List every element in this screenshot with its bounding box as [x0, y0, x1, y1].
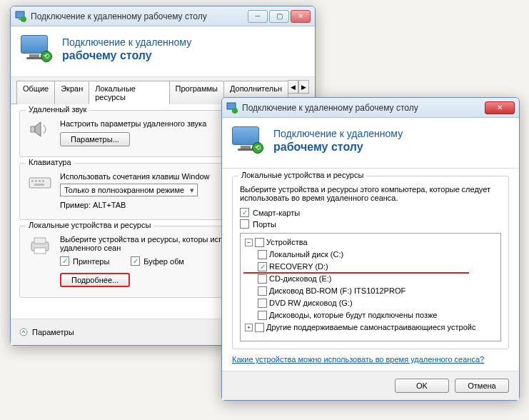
- checkbox-ports-label: Порты: [253, 220, 276, 229]
- tab-display[interactable]: Экран: [54, 81, 89, 104]
- svg-point-2: [21, 16, 26, 22]
- content: Локальные устройства и ресурсы Выберите …: [222, 169, 519, 371]
- header: ⟲ Подключение к удаленному рабочему стол…: [11, 26, 315, 77]
- help-link[interactable]: Какие устройства можно использовать во в…: [232, 355, 484, 364]
- svg-point-16: [232, 108, 238, 114]
- footer-params[interactable]: Параметры: [32, 328, 74, 336]
- header-line1: Подключение к удаленному: [62, 36, 191, 49]
- rdp-devices-dialog: Подключение к удаленному рабочему столу …: [221, 97, 520, 401]
- tree-item-drive-d[interactable]: ✓RECOVERY (D:): [243, 261, 498, 273]
- header-line1: Подключение к удаленному: [273, 127, 403, 140]
- app-icon: [15, 11, 26, 22]
- tabs-scroll-left[interactable]: ◀: [288, 80, 298, 94]
- tree-item-label: Дисковод BD-ROM (F:) ITS1012PROF: [269, 285, 405, 297]
- maximize-button[interactable]: ▢: [269, 10, 289, 23]
- svg-point-14: [20, 329, 27, 336]
- rdp-logo-icon: ⟲: [232, 126, 265, 155]
- window-title: Подключение к удаленному рабочему столу: [31, 11, 248, 21]
- checkbox-ports[interactable]: Порты: [240, 219, 501, 229]
- checkbox-printers[interactable]: ✓Принтеры: [60, 256, 109, 266]
- titlebar[interactable]: Подключение к удаленному рабочему столу …: [11, 6, 315, 26]
- tree-item-future-drives[interactable]: Дисководы, которые будут подключены позж…: [243, 309, 498, 321]
- minimize-button[interactable]: ─: [248, 10, 268, 23]
- devices-desc: Выберите устройства и ресурсы этого комп…: [240, 185, 501, 202]
- audio-settings-button[interactable]: Параметры...: [60, 132, 130, 146]
- titlebar[interactable]: Подключение к удаленному рабочему столу …: [222, 98, 519, 118]
- header: ⟲ Подключение к удаленному рабочему стол…: [222, 118, 519, 169]
- app-icon: [226, 102, 238, 114]
- svg-rect-10: [34, 184, 44, 186]
- tab-programs[interactable]: Программы: [169, 81, 224, 104]
- tree-other-label: Другие поддерживаемые самонастраивающиес…: [266, 321, 475, 334]
- tree-item-label: CD-дисковод (E:): [269, 273, 331, 285]
- header-line2: рабочему столу: [62, 49, 191, 64]
- tab-general[interactable]: Общие: [16, 81, 55, 104]
- ok-button[interactable]: OK: [395, 379, 449, 393]
- tree-devices-label: Устройства: [266, 236, 308, 249]
- collapse-icon: [19, 328, 28, 336]
- device-tree[interactable]: −Устройства Локальный диск (C:) ✓RECOVER…: [240, 233, 501, 341]
- svg-rect-9: [42, 180, 44, 182]
- group-dev-title: Локальные устройства и ресурсы: [26, 221, 153, 229]
- tree-item-drive-c[interactable]: Локальный диск (C:): [243, 249, 498, 261]
- tree-node-devices[interactable]: −Устройства: [243, 236, 498, 249]
- tree-item-label: DVD RW дисковод (G:): [269, 297, 353, 309]
- group-local-devices: Локальные устройства и ресурсы Выберите …: [232, 176, 509, 349]
- printer-icon: [27, 235, 53, 256]
- group-kb-title: Клавиатура: [26, 158, 74, 166]
- tabs-scroll-right[interactable]: ▶: [298, 80, 309, 94]
- svg-rect-13: [34, 248, 46, 254]
- checkbox-clipboard-label: Буфер обм: [143, 257, 183, 266]
- expand-icon[interactable]: +: [245, 324, 253, 331]
- svg-rect-7: [35, 180, 37, 182]
- svg-rect-6: [31, 180, 34, 182]
- tree-item-drive-g[interactable]: DVD RW дисковод (G:): [243, 297, 498, 309]
- cancel-button[interactable]: Отмена: [455, 379, 509, 393]
- group-audio-title: Удаленный звук: [26, 105, 89, 114]
- svg-marker-4: [35, 122, 41, 136]
- speaker-icon: [27, 119, 53, 141]
- tree-item-drive-e[interactable]: CD-дисковод (E:): [243, 273, 498, 285]
- checkbox-smartcards[interactable]: ✓Смарт-карты: [240, 208, 501, 217]
- window-title: Подключение к удаленному рабочему столу: [242, 103, 485, 113]
- close-button[interactable]: ✕: [485, 101, 515, 114]
- collapse-icon[interactable]: −: [245, 239, 253, 246]
- tree-item-label: RECOVERY (D:): [269, 261, 328, 273]
- tab-local-resources[interactable]: Локальные ресурсы: [89, 81, 169, 104]
- header-line2: рабочему столу: [273, 140, 403, 155]
- tree-item-label: Локальный диск (C:): [269, 249, 343, 261]
- close-button[interactable]: ✕: [291, 10, 311, 23]
- checkbox-clipboard[interactable]: ✓Буфер обм: [131, 256, 183, 266]
- svg-rect-5: [29, 178, 51, 188]
- svg-rect-3: [31, 126, 35, 132]
- dialog-buttons: OK Отмена: [222, 371, 519, 400]
- group-title: Локальные устройства и ресурсы: [238, 171, 366, 179]
- kb-combo[interactable]: Только в полноэкранном режиме: [60, 184, 198, 196]
- keyboard-icon: [27, 172, 53, 194]
- checkbox-printers-label: Принтеры: [73, 257, 109, 266]
- checkbox-smartcards-label: Смарт-карты: [253, 209, 300, 217]
- tree-item-label: Дисководы, которые будут подключены позж…: [269, 309, 437, 321]
- more-button[interactable]: Подробнее...: [60, 273, 130, 287]
- svg-rect-8: [39, 180, 41, 182]
- svg-rect-12: [34, 238, 46, 244]
- tree-item-drive-f[interactable]: Дисковод BD-ROM (F:) ITS1012PROF: [243, 285, 498, 297]
- tree-node-other[interactable]: +Другие поддерживаемые самонастраивающие…: [243, 321, 498, 334]
- rdp-logo-icon: ⟲: [21, 35, 54, 64]
